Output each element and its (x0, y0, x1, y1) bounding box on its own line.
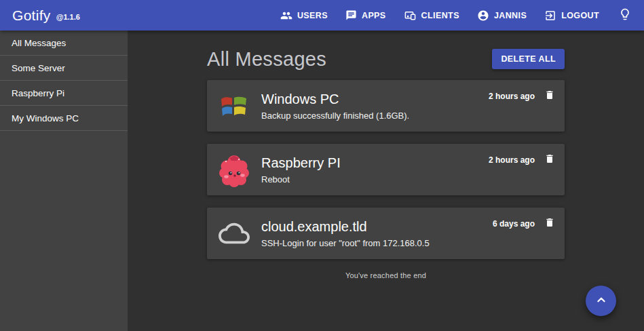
app-bar: Gotify @1.1.6 USERS APPS CLIENTS (0, 0, 644, 31)
message-card: cloud.example.tld SSH-Login for user "ro… (207, 208, 565, 259)
logout-icon (544, 9, 556, 22)
lightbulb-icon (618, 7, 632, 23)
header-nav: USERS APPS CLIENTS JANNIS (280, 9, 599, 22)
theme-toggle-button[interactable] (618, 7, 632, 23)
nav-users-label: USERS (297, 11, 328, 20)
app-title: Gotify (12, 7, 51, 24)
chat-icon (345, 9, 357, 21)
chevron-up-icon (594, 292, 609, 309)
nav-logout[interactable]: LOGOUT (544, 9, 599, 22)
trash-icon (544, 216, 555, 231)
message-timestamp: 2 hours ago (489, 155, 535, 165)
raspberry-image (218, 152, 250, 187)
message-body: Reboot (261, 174, 489, 184)
sidebar-item-raspberry-pi[interactable]: Raspberry Pi (0, 81, 128, 106)
nav-users[interactable]: USERS (280, 9, 328, 22)
nav-user-label: JANNIS (494, 11, 527, 20)
delete-message-button[interactable] (544, 89, 555, 103)
nav-clients-label: CLIENTS (421, 11, 459, 20)
nav-current-user[interactable]: JANNIS (477, 9, 527, 22)
cloud-icon (218, 216, 250, 251)
main-area: All Messages DELETE ALL Windows PC Backu… (128, 31, 644, 331)
nav-logout-label: LOGOUT (561, 11, 599, 20)
message-title: cloud.example.tld (261, 219, 493, 235)
nav-apps-label: APPS (362, 11, 386, 20)
trash-icon (544, 153, 555, 167)
message-timestamp: 6 days ago (493, 219, 535, 229)
delete-all-button[interactable]: DELETE ALL (492, 49, 565, 69)
users-icon (280, 9, 292, 22)
account-circle-icon (477, 9, 489, 22)
sidebar-item-my-windows-pc[interactable]: My Windows PC (0, 106, 128, 131)
message-body: SSH-Login for user "root" from 172.168.0… (261, 238, 493, 248)
message-timestamp: 2 hours ago (489, 92, 535, 101)
page-title: All Messages (207, 48, 326, 71)
delete-message-button[interactable] (544, 216, 555, 231)
nav-clients[interactable]: CLIENTS (404, 9, 459, 22)
message-title: Windows PC (261, 92, 489, 107)
windows-logo-image (218, 88, 250, 123)
delete-message-button[interactable] (544, 153, 555, 167)
scroll-to-top-button[interactable] (586, 286, 616, 316)
message-card: Windows PC Backup successfully finished … (207, 80, 565, 132)
message-body: Backup successfully finished (1.6GB). (261, 111, 489, 121)
trash-icon (544, 89, 555, 103)
sidebar: All Messages Some Server Raspberry Pi My… (0, 31, 128, 331)
app-version: @1.1.6 (56, 13, 80, 21)
nav-apps[interactable]: APPS (345, 9, 386, 21)
sidebar-item-some-server[interactable]: Some Server (0, 56, 128, 81)
devices-icon (404, 9, 417, 22)
end-of-list-text: You've reached the end (207, 271, 565, 279)
message-title: Raspberry PI (261, 155, 489, 171)
sidebar-item-all-messages[interactable]: All Messages (0, 31, 128, 56)
message-card: Raspberry PI Reboot 2 hours ago (207, 144, 565, 195)
